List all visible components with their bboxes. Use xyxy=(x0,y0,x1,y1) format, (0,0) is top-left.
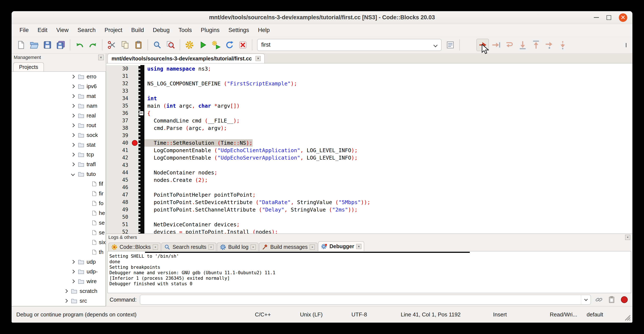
chevron-right-icon[interactable] xyxy=(71,104,75,108)
breakpoint-margin[interactable] xyxy=(131,87,138,95)
tab-close-button[interactable]: × xyxy=(153,245,158,250)
chevron-right-icon[interactable] xyxy=(71,114,75,117)
line-number[interactable]: 49 xyxy=(106,206,131,213)
compiler-target-select-button[interactable] xyxy=(444,39,456,51)
breakpoint-margin[interactable] xyxy=(131,117,138,124)
fold-marker-icon[interactable] xyxy=(139,111,144,116)
line-number[interactable]: 30 xyxy=(106,65,131,73)
chevron-down-icon[interactable] xyxy=(433,43,438,47)
tree-item-th[interactable]: th xyxy=(12,247,106,257)
tree-item-tcp[interactable]: tcp xyxy=(12,150,106,159)
chevron-right-icon[interactable] xyxy=(71,75,75,78)
chevron-right-icon[interactable] xyxy=(71,133,75,137)
tree-item-src[interactable]: src xyxy=(12,296,106,305)
line-number[interactable]: 34 xyxy=(106,95,131,102)
breakpoint-margin[interactable] xyxy=(131,221,138,228)
code-line-47[interactable]: 47 PointToPointHelper pointToPoint; xyxy=(106,191,632,199)
chevron-right-icon[interactable] xyxy=(71,162,75,166)
menu-project[interactable]: Project xyxy=(100,25,127,35)
line-number[interactable]: 38 xyxy=(106,124,131,132)
open-file-button[interactable] xyxy=(28,39,40,51)
tree-item-rout[interactable]: rout xyxy=(12,120,106,130)
chevron-right-icon[interactable] xyxy=(71,143,75,147)
breakpoint-margin[interactable] xyxy=(131,228,138,233)
breakpoint-margin[interactable] xyxy=(131,206,138,213)
tree-item-scratch[interactable]: scratch xyxy=(12,286,106,296)
copy-button[interactable] xyxy=(119,39,131,51)
tab-close-button[interactable]: × xyxy=(208,245,214,250)
tree-item-udp[interactable]: udp xyxy=(12,257,106,267)
breakpoint-margin[interactable] xyxy=(131,132,138,139)
code-line-31[interactable]: 31 xyxy=(106,73,632,80)
copy-log-button[interactable] xyxy=(607,295,616,304)
tree-item-fo[interactable]: fo xyxy=(12,198,106,208)
tree-item-se[interactable]: se xyxy=(12,218,106,228)
next-line-button[interactable] xyxy=(503,39,516,51)
code-line-49[interactable]: 49 pointToPoint.SetChannelAttribute ("De… xyxy=(106,206,632,213)
tree-item-stat[interactable]: stat xyxy=(12,140,106,150)
step-out-button[interactable] xyxy=(530,39,542,51)
attach-button[interactable] xyxy=(594,295,604,304)
chevron-right-icon[interactable] xyxy=(71,260,75,264)
line-number[interactable]: 39 xyxy=(106,132,131,139)
code-line-30[interactable]: 30using namespace ns3; xyxy=(106,65,632,73)
chevron-right-icon[interactable] xyxy=(71,94,75,98)
breakpoint-margin[interactable] xyxy=(131,73,138,80)
code-line-50[interactable]: 50 xyxy=(106,213,632,221)
menu-tools[interactable]: Tools xyxy=(174,25,196,35)
line-number[interactable]: 43 xyxy=(106,161,131,169)
breakpoint-margin[interactable] xyxy=(131,102,138,110)
breakpoint-margin[interactable] xyxy=(131,176,138,184)
code-line-41[interactable]: 41 LogComponentEnable ("UdpEchoClientApp… xyxy=(106,147,632,154)
code-editor[interactable]: 30using namespace ns3;3132NS_LOG_COMPONE… xyxy=(106,63,632,233)
stop-debugger-button[interactable] xyxy=(620,295,629,304)
tree-item-fif[interactable]: fif xyxy=(12,179,106,189)
tree-item-erro[interactable]: erro xyxy=(12,72,106,81)
editor-tab-close-button[interactable]: × xyxy=(256,56,260,61)
breakpoint-margin[interactable] xyxy=(131,65,138,73)
editor-tab[interactable]: mnt/dev/tools/source/ns-3-dev/examples/t… xyxy=(108,54,265,63)
code-line-48[interactable]: 48 pointToPoint.SetDeviceAttribute ("Dat… xyxy=(106,199,632,206)
tab-projects[interactable]: Projects xyxy=(13,63,44,71)
tree-item-wire[interactable]: wire xyxy=(12,276,106,286)
breakpoint-margin[interactable] xyxy=(131,80,138,87)
tab-close-button[interactable]: × xyxy=(251,245,256,250)
line-number[interactable]: 52 xyxy=(106,228,131,233)
menu-help[interactable]: Help xyxy=(254,25,274,35)
step-into-instruction-button[interactable] xyxy=(556,39,569,51)
code-line-36[interactable]: 36{ xyxy=(106,110,632,117)
chevron-right-icon[interactable] xyxy=(71,269,75,273)
code-line-51[interactable]: 51 NetDeviceContainer devices; xyxy=(106,221,632,228)
menu-plugins[interactable]: Plugins xyxy=(196,25,224,35)
redo-button[interactable] xyxy=(87,39,99,51)
tree-item-se[interactable]: se xyxy=(12,228,106,237)
chevron-right-icon[interactable] xyxy=(71,153,75,156)
menu-build[interactable]: Build xyxy=(127,25,148,35)
tab-debugger[interactable]: Debugger × xyxy=(318,241,364,251)
code-line-34[interactable]: 34int xyxy=(106,95,632,102)
line-number[interactable]: 37 xyxy=(106,117,131,124)
management-close-button[interactable]: × xyxy=(98,55,104,60)
tree-item-tuto[interactable]: tuto xyxy=(12,169,106,179)
line-number[interactable]: 46 xyxy=(106,184,131,191)
code-line-37[interactable]: 37 CommandLine cmd (__FILE__); xyxy=(106,117,632,124)
save-button[interactable] xyxy=(41,39,54,51)
tab-search-results[interactable]: Search results × xyxy=(161,243,216,251)
command-dropdown-button[interactable] xyxy=(581,295,591,304)
code-line-40[interactable]: 40 Time::SetResolution (Time::NS); xyxy=(106,139,632,147)
run-button[interactable] xyxy=(197,39,209,51)
abort-build-button[interactable] xyxy=(237,39,249,51)
tree-item-trafl[interactable]: trafl xyxy=(12,159,106,169)
code-line-35[interactable]: 35main (int argc, char *argv[]) xyxy=(106,102,632,110)
line-number[interactable]: 47 xyxy=(106,191,131,199)
breakpoint-margin[interactable] xyxy=(131,184,138,191)
line-number[interactable]: 51 xyxy=(106,221,131,228)
find-in-files-button[interactable] xyxy=(164,39,177,51)
tree-item-real[interactable]: real xyxy=(12,111,106,120)
command-input[interactable] xyxy=(140,295,591,304)
code-line-39[interactable]: 39 xyxy=(106,132,632,139)
menu-debug[interactable]: Debug xyxy=(148,25,174,35)
breakpoint-margin[interactable] xyxy=(131,213,138,221)
line-number[interactable]: 45 xyxy=(106,176,131,184)
tree-item-sock[interactable]: sock xyxy=(12,130,106,140)
